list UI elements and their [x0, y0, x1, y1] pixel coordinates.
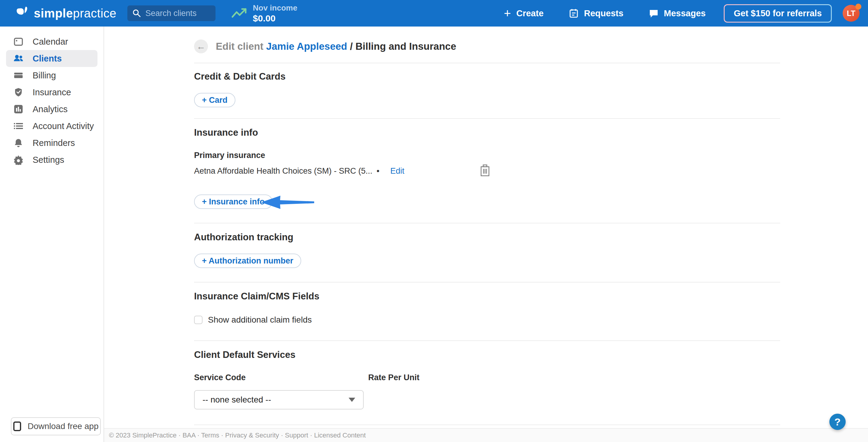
butterfly-logo-icon — [16, 5, 32, 21]
title-suffix: / Billing and Insurance — [347, 41, 456, 52]
sidebar-label: Clients — [33, 54, 62, 64]
sidebar-label: Reminders — [33, 138, 75, 148]
create-button[interactable]: + Create — [504, 8, 544, 19]
plus-icon: + — [504, 9, 511, 18]
page-footer: © 2023 SimplePractice · BAA · Terms · Pr… — [104, 428, 868, 442]
create-label: Create — [517, 8, 544, 19]
sidebar-item-analytics[interactable]: Analytics — [0, 101, 103, 117]
page-title: Edit client Jamie Appleseed / Billing an… — [216, 41, 456, 52]
help-button[interactable]: ? — [829, 414, 846, 430]
activity-list-icon — [13, 121, 24, 131]
download-app-button[interactable]: Download free app — [11, 417, 101, 435]
sidebar-item-reminders[interactable]: Reminders — [0, 134, 103, 151]
insurance-section-title: Insurance info — [194, 127, 780, 138]
messages-label: Messages — [664, 8, 706, 19]
insurance-bullet: • — [377, 166, 379, 176]
sidebar-label: Insurance — [33, 88, 71, 97]
credit-debit-cards-section: Credit & Debit Cards + Card — [194, 63, 780, 118]
sidebar-label: Calendar — [33, 37, 68, 47]
notification-badge — [855, 4, 861, 10]
download-app-label: Download free app — [28, 421, 98, 431]
cards-section-title: Credit & Debit Cards — [194, 71, 780, 82]
income-label: Nov income — [253, 3, 297, 13]
rate-per-unit-label: Rate Per Unit — [368, 373, 420, 382]
insurance-claim-fields-section: Insurance Claim/CMS Fields Show addition… — [194, 282, 780, 340]
sidebar-navigation: Calendar Clients Billing Insurance — [0, 27, 104, 442]
add-card-button[interactable]: + Card — [194, 93, 236, 107]
sidebar-item-account-activity[interactable]: Account Activity — [0, 117, 103, 134]
primary-insurance-label: Primary insurance — [194, 151, 780, 160]
search-input[interactable] — [146, 9, 211, 18]
chevron-down-icon — [349, 398, 355, 402]
simplepractice-logo[interactable]: simplepractice — [16, 5, 117, 21]
sidebar-item-insurance[interactable]: Insurance — [0, 84, 103, 101]
service-code-selected-value: -- none selected -- — [203, 395, 349, 405]
add-insurance-row: + Insurance info — [194, 195, 780, 209]
client-search[interactable] — [127, 5, 216, 21]
credit-card-icon — [13, 70, 24, 80]
authorization-tracking-section: Authorization tracking + Authorization n… — [194, 223, 780, 282]
sidebar-label: Analytics — [33, 104, 68, 114]
main-content: ← Edit client Jamie Appleseed / Billing … — [104, 27, 868, 428]
page-header: ← Edit client Jamie Appleseed / Billing … — [194, 37, 780, 56]
authorization-section-title: Authorization tracking — [194, 232, 780, 243]
client-name-link[interactable]: Jamie Appleseed — [266, 41, 347, 52]
trash-icon — [479, 164, 491, 177]
question-mark-icon: ? — [835, 416, 841, 428]
bar-chart-icon — [13, 104, 24, 114]
phone-icon — [13, 421, 22, 432]
referral-label: Get $150 for referrals — [725, 5, 831, 22]
trend-line-icon — [231, 7, 247, 19]
services-section-title: Client Default Services — [194, 349, 780, 360]
requests-label: Requests — [584, 8, 623, 19]
sidebar-item-clients[interactable]: Clients — [6, 50, 97, 67]
requests-clipboard-icon — [569, 8, 579, 18]
primary-insurance-row: Aetna Affordable Health Choices (SM) - S… — [194, 164, 780, 178]
title-prefix: Edit client — [216, 41, 266, 52]
edit-insurance-link[interactable]: Edit — [390, 166, 404, 176]
user-avatar[interactable]: LT — [843, 5, 860, 22]
sidebar-item-billing[interactable]: Billing — [0, 67, 103, 84]
search-icon — [132, 9, 141, 18]
gear-icon — [13, 155, 24, 165]
avatar-initials: LT — [847, 9, 856, 18]
claim-fields-checkbox[interactable] — [194, 316, 203, 324]
sidebar-item-calendar[interactable]: Calendar — [0, 33, 103, 50]
service-code-select[interactable]: -- none selected -- — [194, 390, 364, 409]
calendar-icon — [13, 36, 24, 47]
add-insurance-info-button[interactable]: + Insurance info — [194, 195, 273, 209]
claim-section-title: Insurance Claim/CMS Fields — [194, 291, 780, 302]
sidebar-item-settings[interactable]: Settings — [0, 151, 103, 168]
footer-legal-links[interactable]: © 2023 SimplePractice · BAA · Terms · Pr… — [109, 432, 366, 439]
sidebar-label: Billing — [33, 71, 56, 80]
services-column-labels: Service Code Rate Per Unit — [194, 373, 780, 382]
top-navigation-bar: simplepractice Nov income $0.00 + Create… — [0, 0, 868, 27]
shield-check-icon — [13, 87, 24, 97]
add-authorization-number-button[interactable]: + Authorization number — [194, 253, 301, 268]
insurance-info-section: Insurance info Primary insurance Aetna A… — [194, 118, 780, 223]
delete-insurance-button[interactable] — [479, 164, 493, 178]
messages-chat-icon — [649, 8, 658, 18]
sidebar-label: Account Activity — [33, 121, 94, 131]
messages-button[interactable]: Messages — [649, 8, 706, 19]
annotation-arrow-icon — [261, 196, 314, 209]
monthly-income-widget[interactable]: Nov income $0.00 — [231, 3, 297, 24]
primary-insurance-value: Aetna Affordable Health Choices (SM) - S… — [194, 166, 372, 176]
claim-fields-checkbox-label: Show additional claim fields — [208, 315, 312, 325]
sidebar-label: Settings — [33, 155, 64, 165]
requests-button[interactable]: Requests — [569, 8, 623, 19]
back-button[interactable]: ← — [194, 39, 208, 54]
brand-wordmark: simplepractice — [34, 7, 117, 20]
referral-offer-button[interactable]: Get $150 for referrals — [724, 4, 832, 23]
income-value: $0.00 — [253, 13, 297, 24]
bell-icon — [13, 138, 24, 148]
client-default-services-section: Client Default Services Service Code Rat… — [194, 340, 780, 424]
clients-people-icon — [13, 54, 24, 64]
service-code-label: Service Code — [194, 373, 246, 382]
show-additional-claim-fields-row[interactable]: Show additional claim fields — [194, 315, 780, 325]
topnav-actions: + Create Requests Messages — [504, 8, 706, 19]
form-actions: Cancel Save Client — [194, 424, 780, 428]
